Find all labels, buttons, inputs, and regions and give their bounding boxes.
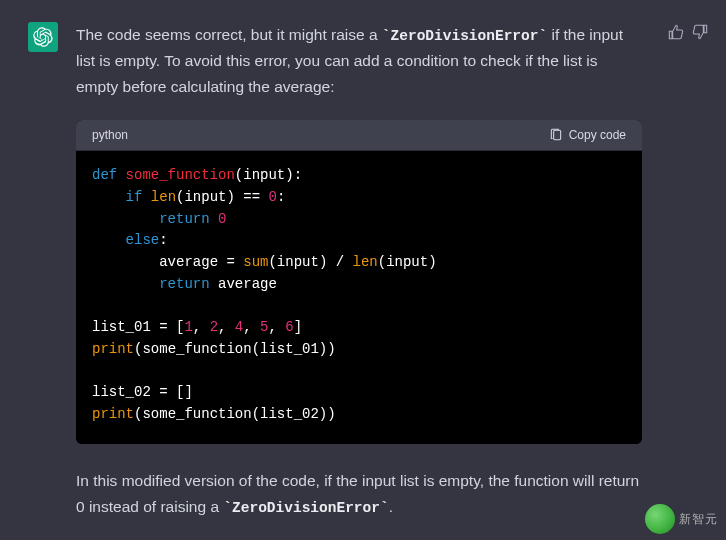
message-paragraph-1: The code seems correct, but it might rai… [76, 22, 642, 100]
copy-code-button[interactable]: Copy code [549, 128, 626, 142]
code-language-label: python [92, 128, 128, 142]
assistant-avatar [28, 22, 58, 52]
inline-code: `ZeroDivisionError` [223, 500, 388, 516]
watermark: 新智元 [645, 504, 718, 534]
thumbs-down-icon[interactable] [692, 24, 708, 40]
thumbs-up-icon[interactable] [668, 24, 684, 40]
copy-code-label: Copy code [569, 128, 626, 142]
code-block-header: python Copy code [76, 120, 642, 151]
code-block: python Copy code def some_function(input… [76, 120, 642, 443]
openai-logo-icon [33, 27, 53, 47]
text-run: The code seems correct, but it might rai… [76, 26, 382, 43]
clipboard-icon [549, 128, 563, 142]
message-content: The code seems correct, but it might rai… [76, 22, 650, 520]
code-body[interactable]: def some_function(input): if len(input) … [76, 151, 642, 443]
feedback-controls [668, 24, 708, 40]
watermark-text: 新智元 [679, 511, 718, 528]
inline-code: `ZeroDivisionError` [382, 28, 547, 44]
message-paragraph-2: In this modified version of the code, if… [76, 468, 642, 520]
wechat-icon [645, 504, 675, 534]
message-row: The code seems correct, but it might rai… [0, 0, 726, 520]
svg-rect-0 [553, 131, 560, 140]
text-run: . [389, 498, 393, 515]
